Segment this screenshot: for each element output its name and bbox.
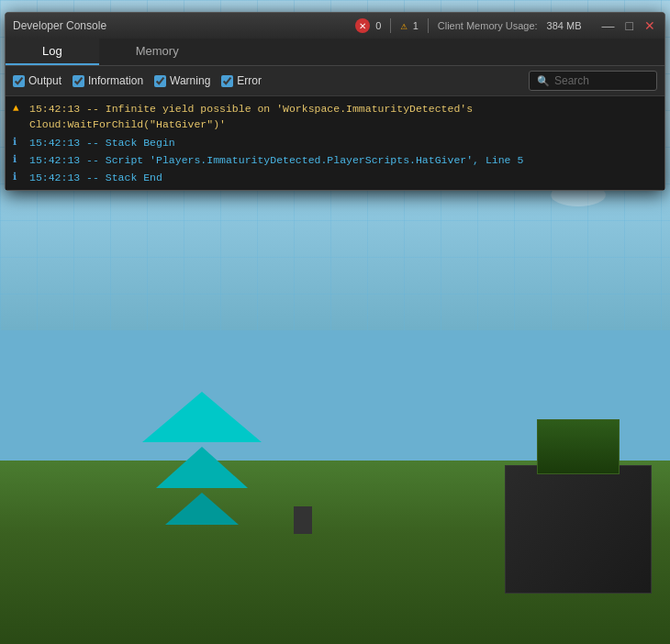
minimize-button[interactable]: — [600, 19, 617, 32]
warning-label: Warning [170, 74, 210, 87]
info-icon-line4: ℹ [13, 170, 26, 185]
log-content: ▲ 15:42:13 -- Infinite yield possible on… [6, 96, 664, 190]
log-line-4: ℹ 15:42:13 -- Stack End [13, 169, 657, 186]
console-title: Developer Console [13, 19, 346, 32]
tab-memory-label: Memory [136, 44, 179, 58]
close-button[interactable]: ✕ [642, 19, 657, 32]
memory-label: Client Memory Usage: [438, 20, 538, 31]
info-icon-line2: ℹ [13, 135, 26, 150]
window-controls: — □ ✕ [600, 19, 657, 32]
log-text-3: 15:42:13 -- Script 'Players.ImmaturityDe… [29, 152, 523, 168]
log-text-4: 15:42:13 -- Stack End [29, 170, 162, 185]
triangle-group [142, 392, 262, 525]
tab-log[interactable]: Log [6, 39, 99, 65]
information-checkbox-item[interactable]: Information [73, 74, 143, 87]
triangle-small [165, 493, 239, 525]
tab-log-label: Log [42, 44, 62, 58]
platform-top [537, 419, 620, 474]
title-bar: Developer Console ✕ 0 ⚠ 1 Client Memory … [6, 13, 664, 39]
toolbar: Output Information Warning Error 🔍 [6, 66, 664, 96]
information-checkbox[interactable] [73, 75, 84, 87]
warning-checkbox-item[interactable]: Warning [154, 74, 210, 87]
error-count: 0 [375, 20, 381, 31]
warning-checkbox[interactable] [154, 75, 166, 87]
log-line-1: ▲ 15:42:13 -- Infinite yield possible on… [13, 100, 657, 134]
developer-console: Developer Console ✕ 0 ⚠ 1 Client Memory … [5, 12, 665, 191]
error-x-icon: ✕ [359, 21, 366, 31]
warning-icon: ⚠ [400, 19, 407, 33]
tab-memory[interactable]: Memory [99, 39, 216, 65]
error-status-button[interactable]: ✕ [355, 18, 370, 33]
search-icon: 🔍 [537, 75, 550, 87]
title-status-area: ✕ 0 ⚠ 1 Client Memory Usage: 384 MB [355, 18, 581, 33]
log-text-2: 15:42:13 -- Stack Begin [29, 135, 175, 150]
maximize-button[interactable]: □ [624, 19, 635, 32]
warning-icon-line1: ▲ [13, 101, 26, 117]
log-line-2: ℹ 15:42:13 -- Stack Begin [13, 134, 657, 151]
warning-count: 1 [413, 20, 419, 31]
log-line-3: ℹ 15:42:13 -- Script 'Players.Immaturity… [13, 151, 657, 169]
information-label: Information [88, 74, 143, 87]
error-checkbox[interactable] [221, 75, 233, 87]
character-figure [294, 506, 312, 534]
output-checkbox-item[interactable]: Output [13, 74, 61, 87]
status-divider [390, 18, 391, 33]
memory-value: 384 MB [547, 20, 582, 31]
output-label: Output [28, 74, 61, 87]
search-input[interactable] [554, 74, 649, 87]
platform-block [505, 465, 652, 594]
info-icon-line3: ℹ [13, 152, 26, 168]
tabs-bar: Log Memory [6, 39, 664, 66]
output-checkbox[interactable] [13, 75, 25, 87]
error-label: Error [237, 74, 262, 87]
triangle-medium [156, 447, 248, 488]
error-checkbox-item[interactable]: Error [221, 74, 262, 87]
status-divider-2 [428, 18, 429, 33]
triangle-large [142, 392, 262, 442]
log-text-1: 15:42:13 -- Infinite yield possible on '… [29, 101, 657, 133]
search-box: 🔍 [529, 71, 657, 91]
